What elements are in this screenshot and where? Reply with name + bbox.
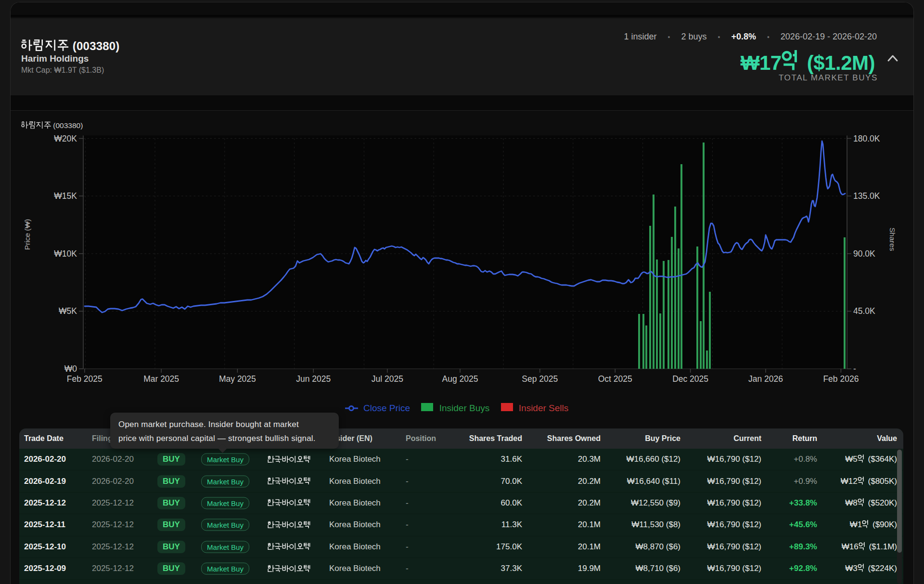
svg-text:₩10K: ₩10K [54,249,77,259]
svg-text:45.0K: 45.0K [853,306,875,316]
svg-text:Jan 2026: Jan 2026 [748,374,783,384]
svg-text:90.0K: 90.0K [853,249,875,259]
svg-text:Jun 2025: Jun 2025 [296,374,331,384]
svg-text:₩0: ₩0 [64,364,77,374]
svg-text:135.0K: 135.0K [853,191,880,201]
svg-text:Jul 2025: Jul 2025 [372,374,403,384]
svg-text:Dec 2025: Dec 2025 [672,374,708,384]
svg-text:Feb 2026: Feb 2026 [823,374,859,384]
svg-text:₩15K: ₩15K [54,191,77,201]
svg-text:May 2025: May 2025 [219,374,256,384]
svg-text:180.0K: 180.0K [853,134,880,143]
svg-text:Aug 2025: Aug 2025 [442,374,478,384]
svg-text:-: - [853,364,856,374]
svg-text:Shares: Shares [888,227,897,251]
svg-text:Feb 2025: Feb 2025 [67,374,103,384]
svg-text:Mar 2025: Mar 2025 [143,374,179,384]
svg-text:Oct 2025: Oct 2025 [598,374,632,384]
svg-text:₩5K: ₩5K [59,306,77,316]
svg-text:Price (₩): Price (₩) [23,219,31,250]
svg-text:Sep 2025: Sep 2025 [522,374,558,384]
svg-text:₩20K: ₩20K [54,134,77,143]
